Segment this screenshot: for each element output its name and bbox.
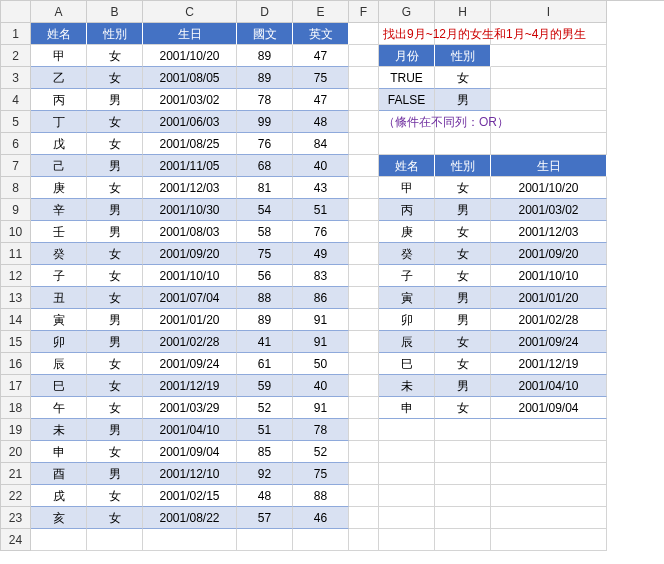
- result-cell[interactable]: 女: [435, 353, 491, 375]
- data-cell[interactable]: 68: [237, 155, 293, 177]
- result-cell[interactable]: 女: [435, 265, 491, 287]
- data-cell[interactable]: 卯: [31, 331, 87, 353]
- row-header[interactable]: 5: [1, 111, 31, 133]
- data-cell[interactable]: 2001/08/22: [143, 507, 237, 529]
- data-cell[interactable]: 申: [31, 441, 87, 463]
- criteria-cell[interactable]: FALSE: [379, 89, 435, 111]
- data-cell[interactable]: 84: [293, 133, 349, 155]
- data-cell[interactable]: 58: [237, 221, 293, 243]
- result-cell[interactable]: 女: [435, 177, 491, 199]
- data-cell[interactable]: 女: [87, 441, 143, 463]
- empty-cell[interactable]: [435, 529, 491, 551]
- data-cell[interactable]: 57: [237, 507, 293, 529]
- column-header[interactable]: D: [237, 1, 293, 23]
- data-cell[interactable]: 亥: [31, 507, 87, 529]
- empty-cell[interactable]: [379, 507, 435, 529]
- data-cell[interactable]: 50: [293, 353, 349, 375]
- row-header[interactable]: 17: [1, 375, 31, 397]
- result-cell[interactable]: 甲: [379, 177, 435, 199]
- data-cell[interactable]: 78: [237, 89, 293, 111]
- row-header[interactable]: 19: [1, 419, 31, 441]
- data-cell[interactable]: 88: [293, 485, 349, 507]
- empty-cell[interactable]: [349, 221, 379, 243]
- data-cell[interactable]: 2001/04/10: [143, 419, 237, 441]
- empty-cell[interactable]: [31, 529, 87, 551]
- result-cell[interactable]: 2001/10/10: [491, 265, 607, 287]
- empty-cell[interactable]: [349, 287, 379, 309]
- data-cell[interactable]: 女: [87, 133, 143, 155]
- column-header[interactable]: I: [491, 1, 607, 23]
- result-cell[interactable]: 2001/01/20: [491, 287, 607, 309]
- empty-cell[interactable]: [491, 463, 607, 485]
- data-cell[interactable]: 99: [237, 111, 293, 133]
- row-header[interactable]: 20: [1, 441, 31, 463]
- data-cell[interactable]: 女: [87, 287, 143, 309]
- data-cell[interactable]: 89: [237, 67, 293, 89]
- row-header[interactable]: 13: [1, 287, 31, 309]
- row-header[interactable]: 12: [1, 265, 31, 287]
- data-cell[interactable]: 酉: [31, 463, 87, 485]
- empty-cell[interactable]: [349, 45, 379, 67]
- data-cell[interactable]: 巳: [31, 375, 87, 397]
- data-cell[interactable]: 男: [87, 89, 143, 111]
- data-cell[interactable]: 89: [237, 45, 293, 67]
- row-header[interactable]: 3: [1, 67, 31, 89]
- empty-cell[interactable]: [491, 45, 607, 67]
- data-cell[interactable]: 2001/06/03: [143, 111, 237, 133]
- data-cell[interactable]: 85: [237, 441, 293, 463]
- data-cell[interactable]: 戊: [31, 133, 87, 155]
- empty-cell[interactable]: [435, 419, 491, 441]
- empty-cell[interactable]: [491, 485, 607, 507]
- data-cell[interactable]: 75: [237, 243, 293, 265]
- empty-cell[interactable]: [379, 441, 435, 463]
- empty-cell[interactable]: [293, 529, 349, 551]
- result-cell[interactable]: 女: [435, 243, 491, 265]
- empty-cell[interactable]: [491, 507, 607, 529]
- data-cell[interactable]: 男: [87, 221, 143, 243]
- column-header[interactable]: E: [293, 1, 349, 23]
- row-header[interactable]: 7: [1, 155, 31, 177]
- row-header[interactable]: 24: [1, 529, 31, 551]
- data-cell[interactable]: 乙: [31, 67, 87, 89]
- data-cell[interactable]: 40: [293, 155, 349, 177]
- empty-cell[interactable]: [349, 441, 379, 463]
- result-cell[interactable]: 2001/04/10: [491, 375, 607, 397]
- result-cell[interactable]: 2001/10/20: [491, 177, 607, 199]
- result-cell[interactable]: 癸: [379, 243, 435, 265]
- result-cell[interactable]: 2001/02/28: [491, 309, 607, 331]
- data-cell[interactable]: 己: [31, 155, 87, 177]
- criteria-cell[interactable]: 女: [435, 67, 491, 89]
- data-cell[interactable]: 56: [237, 265, 293, 287]
- result-cell[interactable]: 2001/09/04: [491, 397, 607, 419]
- data-cell[interactable]: 2001/02/28: [143, 331, 237, 353]
- result-cell[interactable]: 女: [435, 331, 491, 353]
- data-cell[interactable]: 女: [87, 67, 143, 89]
- data-cell[interactable]: 女: [87, 265, 143, 287]
- column-header[interactable]: H: [435, 1, 491, 23]
- result-cell[interactable]: 男: [435, 199, 491, 221]
- data-cell[interactable]: 男: [87, 463, 143, 485]
- empty-cell[interactable]: [349, 111, 379, 133]
- data-cell[interactable]: 76: [237, 133, 293, 155]
- result-cell[interactable]: 2001/03/02: [491, 199, 607, 221]
- data-cell[interactable]: 89: [237, 309, 293, 331]
- data-cell[interactable]: 75: [293, 463, 349, 485]
- column-header[interactable]: C: [143, 1, 237, 23]
- result-cell[interactable]: 巳: [379, 353, 435, 375]
- empty-cell[interactable]: [349, 309, 379, 331]
- data-cell[interactable]: 43: [293, 177, 349, 199]
- data-cell[interactable]: 51: [237, 419, 293, 441]
- row-header[interactable]: 9: [1, 199, 31, 221]
- data-cell[interactable]: 83: [293, 265, 349, 287]
- data-cell[interactable]: 2001/10/20: [143, 45, 237, 67]
- data-cell[interactable]: 男: [87, 331, 143, 353]
- empty-cell[interactable]: [349, 419, 379, 441]
- data-cell[interactable]: 丙: [31, 89, 87, 111]
- data-cell[interactable]: 女: [87, 375, 143, 397]
- row-header[interactable]: 1: [1, 23, 31, 45]
- data-cell[interactable]: 2001/08/25: [143, 133, 237, 155]
- result-cell[interactable]: 未: [379, 375, 435, 397]
- data-cell[interactable]: 丑: [31, 287, 87, 309]
- empty-cell[interactable]: [491, 419, 607, 441]
- data-cell[interactable]: 86: [293, 287, 349, 309]
